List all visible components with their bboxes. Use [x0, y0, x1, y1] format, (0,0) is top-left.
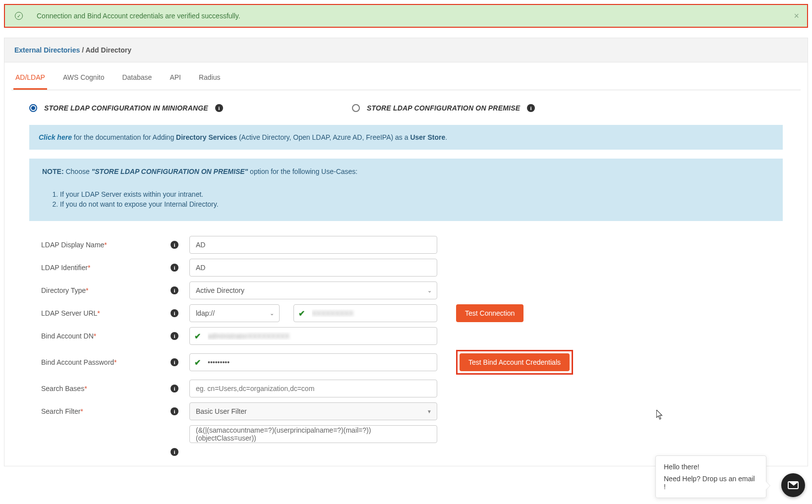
row-next — [29, 448, 783, 456]
row-filter-value: (&(|(samaccountname=?)(userprincipalname… — [29, 425, 783, 443]
row-bind-dn: Bind Account DN* ✔ — [29, 327, 783, 345]
radio-miniorange[interactable]: STORE LDAP CONFIGURATION IN MINIORANGE — [29, 104, 223, 112]
breadcrumb: External Directories / Add Directory — [4, 38, 808, 62]
label-directory-type: Directory Type* — [29, 286, 166, 294]
radio-onpremise-label: STORE LDAP CONFIGURATION ON PREMISE — [367, 104, 520, 112]
cursor-icon — [656, 410, 663, 420]
alert-success: ✓ Connection and Bind Account credential… — [4, 4, 808, 28]
bind-pw-input[interactable] — [189, 353, 437, 371]
info-icon[interactable] — [171, 286, 178, 294]
radio-miniorange-label: STORE LDAP CONFIGURATION IN MINIORANGE — [44, 104, 208, 112]
test-connection-button[interactable]: Test Connection — [456, 304, 523, 322]
label-bind-pw: Bind Account Password* — [29, 358, 166, 366]
scheme-select[interactable]: ldap:// ⌄ — [189, 304, 280, 322]
bind-dn-field: ✔ — [189, 327, 437, 345]
chat-tooltip: Hello there! Need Help? Drop us an email… — [655, 455, 766, 470]
chat-hello: Hello there! — [664, 463, 756, 470]
tab-radius[interactable]: Radius — [197, 67, 223, 90]
search-filter-select[interactable]: Basic User Filter ▼ — [189, 402, 437, 420]
test-bind-button[interactable]: Test Bind Account Credentials — [460, 353, 570, 371]
check-circle-icon: ✓ — [15, 12, 23, 20]
radio-icon — [352, 104, 360, 112]
server-input[interactable] — [293, 304, 437, 322]
info-icon[interactable] — [171, 407, 178, 415]
doc-link[interactable]: Click here — [39, 133, 72, 141]
close-icon[interactable]: × — [794, 11, 799, 21]
label-search-bases: Search Bases* — [29, 385, 166, 392]
directory-type-select[interactable]: Active Directory ⌄ — [189, 281, 437, 299]
info-icon[interactable] — [215, 104, 223, 112]
search-bases-input[interactable] — [189, 380, 437, 397]
filter-value: (&(|(samaccountname=?)(userprincipalname… — [189, 425, 437, 443]
breadcrumb-sep: / — [80, 46, 85, 54]
tab-aws[interactable]: AWS Cognito — [61, 67, 107, 90]
breadcrumb-current: Add Directory — [85, 46, 131, 54]
content: AD/LDAP AWS Cognito Database API Radius … — [4, 62, 808, 466]
info-icon[interactable] — [171, 264, 178, 272]
note-item: If your LDAP Server exists within your i… — [60, 190, 770, 198]
bind-pw-field: ✔ — [189, 353, 437, 371]
row-search-bases: Search Bases* — [29, 380, 783, 397]
server-field: ✔ — [293, 304, 437, 322]
info-icon[interactable] — [171, 241, 178, 249]
radio-icon — [29, 104, 37, 112]
label-bind-dn: Bind Account DN* — [29, 332, 166, 340]
label-identifier: LDAP Identifier* — [29, 264, 166, 272]
tab-database[interactable]: Database — [120, 67, 154, 90]
note-item: If you do not want to expose your Intern… — [60, 200, 770, 208]
row-search-filter: Search Filter* Basic User Filter ▼ — [29, 402, 783, 420]
row-server-url: LDAP Server URL* ldap:// ⌄ ✔ Test Connec… — [29, 304, 783, 322]
note-list: If your LDAP Server exists within your i… — [60, 190, 770, 208]
row-bind-pw: Bind Account Password* ✔ Test Bind Accou… — [29, 350, 783, 375]
row-directory-type: Directory Type* Active Directory ⌄ — [29, 281, 783, 299]
tab-api[interactable]: API — [168, 67, 183, 90]
page-card: External Directories / Add Directory AD/… — [4, 38, 808, 466]
check-icon: ✔ — [194, 332, 201, 341]
check-icon: ✔ — [194, 358, 201, 367]
identifier-input[interactable] — [189, 259, 437, 277]
chevron-down-icon: ▼ — [427, 409, 432, 414]
doc-link-box: Click here for the documentation for Add… — [29, 125, 783, 150]
row-display-name: LDAP Display Name* — [29, 236, 783, 254]
label-server-url: LDAP Server URL* — [29, 309, 166, 317]
row-identifier: LDAP Identifier* — [29, 259, 783, 277]
info-icon[interactable] — [171, 309, 178, 317]
info-icon[interactable] — [171, 332, 178, 340]
display-name-input[interactable] — [189, 236, 437, 254]
breadcrumb-parent[interactable]: External Directories — [14, 46, 80, 54]
info-icon[interactable] — [527, 104, 535, 112]
note-label: NOTE: — [42, 168, 64, 175]
info-icon[interactable] — [171, 448, 178, 456]
storage-radio-row: STORE LDAP CONFIGURATION IN MINIORANGE S… — [29, 104, 783, 112]
alert-text: Connection and Bind Account credentials … — [37, 12, 240, 20]
label-search-filter: Search Filter* — [29, 407, 166, 415]
highlight-box: Test Bind Account Credentials — [456, 350, 573, 375]
bind-dn-input[interactable] — [189, 327, 437, 345]
check-icon: ✔ — [298, 309, 305, 318]
chevron-down-icon: ⌄ — [427, 287, 432, 294]
info-icon[interactable] — [171, 358, 178, 366]
tabs: AD/LDAP AWS Cognito Database API Radius — [11, 67, 801, 90]
chevron-down-icon: ⌄ — [270, 310, 274, 317]
note-box: NOTE: Choose "STORE LDAP CONFIGURATION O… — [29, 159, 783, 221]
tab-adldap[interactable]: AD/LDAP — [13, 67, 47, 90]
info-icon[interactable] — [171, 385, 178, 392]
radio-onpremise[interactable]: STORE LDAP CONFIGURATION ON PREMISE — [352, 104, 535, 112]
label-display-name: LDAP Display Name* — [29, 241, 166, 249]
form-body: STORE LDAP CONFIGURATION IN MINIORANGE S… — [11, 90, 801, 466]
